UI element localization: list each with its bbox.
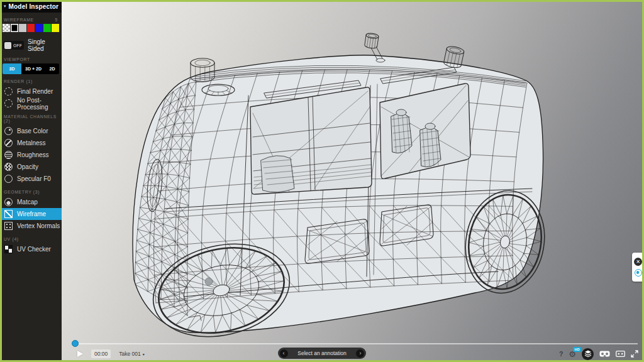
single-sided-toggle[interactable]: OFF	[3, 41, 24, 50]
chevron-down-icon: ▾	[143, 352, 145, 356]
wireframe-swatch-transparent[interactable]	[3, 24, 10, 32]
sidebar-title: Model Inspector	[9, 3, 59, 10]
base-color-icon	[4, 127, 13, 135]
sidebar-item-label: Specular F0	[17, 175, 51, 182]
metalness-icon	[4, 139, 13, 147]
viewport-option-3d[interactable]: 3D	[3, 63, 21, 74]
sidebar-item-no-post-processing[interactable]: No Post-Processing	[0, 97, 62, 109]
wireframe-van-model[interactable]	[62, 0, 644, 362]
take-dropdown[interactable]: Take 001 ▾	[119, 351, 145, 357]
help-button[interactable]: ?	[559, 350, 563, 358]
wireframe-swatch-yellow[interactable]	[52, 24, 59, 32]
specular-icon	[4, 175, 13, 183]
sidebar-item-uv-checker[interactable]: UV Checker	[0, 243, 62, 255]
cardboard-viewer-icon[interactable]	[616, 351, 625, 357]
opacity-icon	[4, 163, 13, 171]
annotation-mini-panel: ✕	[632, 253, 644, 282]
take-label: Take 001	[119, 351, 141, 357]
section-label-uv-4: UV (4)	[4, 237, 58, 241]
postprocess-circle-icon	[4, 99, 13, 107]
wireframe-swatch-black[interactable]	[11, 24, 18, 32]
sidebar-item-opacity[interactable]: Opacity	[0, 161, 62, 173]
model-inspector-sidebar: ▾ Model Inspector WIREFRAME 5 OFF Single…	[0, 0, 62, 362]
toggle-knob	[4, 42, 11, 49]
sidebar-header[interactable]: ▾ Model Inspector	[0, 0, 62, 13]
sidebar-item-label: No Post-Processing	[17, 97, 62, 111]
timeline-track[interactable]	[75, 343, 638, 344]
play-button[interactable]	[77, 351, 83, 357]
sidebar-item-label: UV Checker	[17, 246, 51, 253]
collapse-caret-icon: ▾	[4, 4, 6, 9]
sidebar-item-vertex-normals[interactable]: Vertex Normals	[0, 220, 62, 232]
wireframe-section-label: WIREFRAME 5	[4, 18, 58, 22]
sidebar-item-label: Base Color	[17, 128, 48, 134]
viewport-option-2d[interactable]: 2D	[45, 63, 59, 74]
viewport-section-label: VIEWPORT	[4, 57, 58, 62]
single-sided-label: Single Sided	[28, 38, 58, 52]
sidebar-item-final-render[interactable]: Final Render	[0, 85, 62, 97]
sidebar-item-label: Matcap	[17, 199, 38, 206]
inspector-toggle-button[interactable]	[582, 348, 594, 360]
time-display: 00:00	[91, 349, 111, 358]
sidebar-item-label: Vertex Normals	[17, 222, 60, 229]
wireframe-swatch-green[interactable]	[43, 24, 51, 32]
viewport-3d[interactable]: 00:00 Take 001 ▾ ‹ Select an annotation …	[62, 0, 644, 362]
vertex-normals-icon	[4, 222, 13, 230]
hd-badge: HD	[573, 347, 581, 352]
wireframe-thickness-value: 5	[55, 18, 58, 22]
settings-button[interactable]: ⚙ HD	[569, 350, 576, 358]
sidebar-item-base-color[interactable]: Base Color	[0, 125, 62, 137]
annotation-selector[interactable]: ‹ Select an annotation ›	[278, 348, 366, 359]
sidebar-item-label: Opacity	[17, 163, 38, 170]
annotation-target-icon[interactable]	[635, 269, 642, 277]
sidebar-item-label: Roughness	[17, 151, 49, 158]
annotation-next-icon[interactable]: ›	[356, 349, 364, 358]
sidebar-item-specular-f0[interactable]: Specular F0	[0, 173, 62, 185]
section-label-geometry-3: GEOMETRY (3)	[4, 190, 58, 194]
viewport-mode-switch: 3D3D + 2D2D	[3, 63, 59, 74]
wireframe-icon	[4, 210, 13, 218]
uv-checker-icon	[4, 245, 13, 253]
sidebar-item-wireframe[interactable]: Wireframe	[0, 208, 62, 220]
wireframe-swatch-blue[interactable]	[35, 24, 43, 32]
sidebar-item-label: Metalness	[17, 140, 46, 146]
sidebar-item-label: Final Render	[17, 88, 53, 95]
matcap-icon	[4, 198, 13, 206]
annotation-placeholder: Select an annotation	[297, 350, 347, 356]
sidebar-item-label: Wireframe	[17, 211, 46, 217]
section-label-render-1: RENDER (1)	[4, 79, 58, 84]
wireframe-color-swatches	[3, 24, 59, 32]
sidebar-item-roughness[interactable]: Roughness	[0, 149, 62, 161]
single-sided-row: OFF Single Sided	[3, 38, 58, 52]
timeline-handle[interactable]	[72, 340, 79, 347]
vr-headset-icon[interactable]	[599, 351, 610, 357]
wireframe-swatch-red[interactable]	[27, 24, 35, 32]
layers-icon	[584, 350, 592, 358]
fullscreen-icon[interactable]	[631, 350, 638, 358]
sidebar-item-matcap[interactable]: Matcap	[0, 196, 62, 208]
model-inspector-app: 00:00 Take 001 ▾ ‹ Select an annotation …	[0, 0, 644, 362]
roughness-icon	[4, 151, 13, 159]
annotation-prev-icon[interactable]: ‹	[280, 349, 288, 358]
sidebar-item-metalness[interactable]: Metalness	[0, 137, 62, 149]
viewport-option-3d-2d[interactable]: 3D + 2D	[21, 63, 45, 74]
toggle-state-label: OFF	[13, 43, 22, 48]
wireframe-swatch-gray[interactable]	[19, 24, 26, 32]
viewer-toolbar: ? ⚙ HD	[559, 347, 638, 361]
close-icon[interactable]: ✕	[634, 258, 642, 266]
render-circle-icon	[4, 87, 13, 96]
playback-controls: 00:00 Take 001 ▾ ‹ Select an annotation …	[62, 347, 644, 361]
section-label-material-channels-2: MATERIAL CHANNELS (2)	[4, 114, 58, 123]
